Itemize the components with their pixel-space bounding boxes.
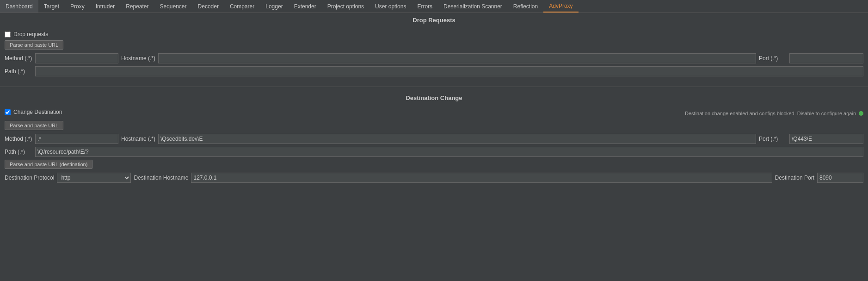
nav-item-errors[interactable]: Errors — [412, 0, 438, 12]
nav-item-deserialization-scanner[interactable]: Deserialization Scanner — [438, 0, 508, 12]
nav-item-advproxy[interactable]: AdvProxy — [543, 0, 578, 12]
dest-path-input[interactable] — [35, 147, 863, 157]
nav-item-extender[interactable]: Extender — [289, 0, 322, 12]
nav-item-dashboard[interactable]: Dashboard — [0, 0, 38, 12]
nav-item-sequencer[interactable]: Sequencer — [154, 0, 192, 12]
drop-requests-section-title: Drop Requests — [0, 13, 868, 27]
drop-requests-checkbox[interactable] — [5, 31, 11, 37]
dest-port-label: Port (.*) — [759, 136, 787, 142]
nav-item-user-options[interactable]: User options — [369, 0, 412, 12]
dest-parse-paste-btn[interactable]: Parse and paste URL — [5, 121, 63, 130]
drop-path-row: Path (.*) — [5, 66, 863, 76]
drop-requests-body: Drop requests Parse and paste URL Method… — [0, 27, 868, 83]
dest-path-label: Path (.*) — [5, 149, 32, 155]
dest-hostname-dest-input[interactable] — [191, 173, 772, 183]
drop-method-label: Method (.*) — [5, 55, 32, 62]
main-content: Drop Requests Drop requests Parse and pa… — [0, 13, 868, 189]
status-green-dot — [859, 111, 863, 116]
dest-port-dest-label: Destination Port — [775, 175, 814, 181]
drop-method-input[interactable] — [35, 53, 118, 63]
change-destination-label: Change Destination — [13, 109, 62, 115]
drop-hostname-label: Hostname (.*) — [121, 55, 155, 62]
dest-path-row: Path (.*) — [5, 147, 863, 157]
nav-item-target[interactable]: Target — [38, 0, 65, 12]
drop-method-hostname-port-row: Method (.*) Hostname (.*) Port (.*) — [5, 53, 863, 63]
dest-hostname-input[interactable] — [158, 134, 756, 144]
dest-method-hostname-port-row: Method (.*) Hostname (.*) Port (.*) — [5, 134, 863, 144]
destination-status-text: Destination change enabled and configs b… — [685, 111, 856, 116]
drop-requests-checkbox-row: Drop requests — [5, 31, 863, 37]
dest-hostname-dest-label: Destination Hostname — [134, 175, 188, 181]
dest-port-dest-input[interactable] — [817, 173, 863, 183]
nav-item-reflection[interactable]: Reflection — [508, 0, 543, 12]
dest-method-input[interactable] — [35, 134, 118, 144]
dest-proto-hostname-port-row: Destination Protocol http https Destinat… — [5, 173, 863, 183]
nav-item-logger[interactable]: Logger — [260, 0, 288, 12]
dest-hostname-label: Hostname (.*) — [121, 136, 155, 142]
destination-change-section-title: Destination Change — [0, 91, 868, 105]
dest-method-label: Method (.*) — [5, 136, 32, 142]
drop-port-label: Port (.*) — [759, 55, 787, 62]
nav-item-project-options[interactable]: Project options — [322, 0, 369, 12]
destination-change-header-row: Change Destination Destination change en… — [5, 109, 863, 118]
drop-parse-paste-btn[interactable]: Parse and paste URL — [5, 40, 63, 50]
drop-path-input[interactable] — [35, 66, 863, 76]
drop-path-label: Path (.*) — [5, 68, 32, 75]
destination-change-body: Change Destination Destination change en… — [0, 105, 868, 189]
nav-item-proxy[interactable]: Proxy — [65, 0, 90, 12]
nav-item-decoder[interactable]: Decoder — [192, 0, 224, 12]
change-destination-checkbox[interactable] — [5, 109, 11, 115]
drop-port-input[interactable] — [789, 53, 863, 63]
change-destination-checkbox-row: Change Destination — [5, 109, 62, 115]
nav-bar: Dashboard Target Proxy Intruder Repeater… — [0, 0, 868, 13]
dest-protocol-select[interactable]: http https — [57, 173, 131, 183]
nav-item-intruder[interactable]: Intruder — [90, 0, 120, 12]
drop-hostname-input[interactable] — [158, 53, 756, 63]
destination-status: Destination change enabled and configs b… — [685, 111, 863, 116]
section-divider-1 — [0, 87, 868, 87]
drop-requests-label: Drop requests — [13, 31, 48, 37]
nav-item-comparer[interactable]: Comparer — [224, 0, 260, 12]
nav-item-repeater[interactable]: Repeater — [120, 0, 154, 12]
dest-protocol-label: Destination Protocol — [5, 175, 54, 181]
dest-parse-paste-dest-btn[interactable]: Parse and paste URL (destination) — [5, 160, 92, 169]
dest-port-input[interactable] — [789, 134, 863, 144]
